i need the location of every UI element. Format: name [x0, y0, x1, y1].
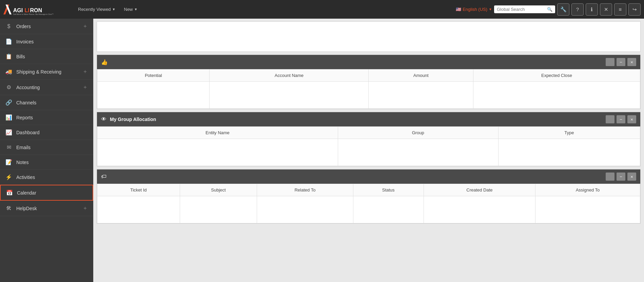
col-assigned-to: Assigned To [535, 184, 640, 196]
plus-icon: ＋ [82, 23, 88, 30]
main-content: 👍 − × Potential Account Name Amount Expe… [93, 19, 644, 282]
sidebar: $ Orders ＋ 📄 Invoices 📋 Bills 🚚 Shipping… [0, 19, 93, 282]
info-btn[interactable]: ℹ [586, 3, 598, 16]
bills-icon: 📋 [5, 53, 12, 60]
svg-text:AGI: AGI [13, 7, 23, 13]
sidebar-label-activities: Activities [16, 175, 88, 180]
logo: AGILIRON Sell More to More Places. But M… [3, 3, 64, 16]
group-allocation-panel-title: My Group Allocation [110, 117, 602, 122]
tickets-panel-header: 🏷 − × [97, 169, 640, 184]
sidebar-label-bills: Bills [16, 54, 88, 59]
sidebar-label-shipping: Shipping & Receiving [16, 69, 78, 75]
chevron-down-icon: ▼ [134, 7, 138, 11]
col-account-name: Account Name [210, 69, 369, 82]
settings-btn[interactable]: 🔧 [557, 3, 569, 16]
sidebar-label-accounting: Accounting [16, 85, 78, 90]
menu-btn[interactable]: ≡ [614, 3, 626, 16]
tickets-panel-controls: − × [606, 173, 636, 181]
group-allocation-panel-header: 👁 My Group Allocation − × [97, 112, 640, 126]
flag-icon: 🇺🇸 [456, 7, 461, 12]
sidebar-label-reports: Reports [16, 115, 88, 120]
shipping-icon: 🚚 [5, 68, 12, 75]
col-type: Type [498, 127, 640, 139]
col-status: Status [353, 184, 424, 196]
potentials-panel-header: 👍 − × [97, 55, 640, 69]
sidebar-item-orders[interactable]: $ Orders ＋ [0, 19, 93, 34]
activities-icon: ⚡ [5, 174, 12, 180]
recently-viewed-btn[interactable]: Recently Viewed ▼ [75, 5, 119, 14]
col-group: Group [338, 127, 498, 139]
sidebar-label-invoices: Invoices [16, 39, 88, 44]
sidebar-item-bills[interactable]: 📋 Bills [0, 49, 93, 64]
eye-icon: 👁 [101, 116, 106, 122]
group-allocation-panel-controls: − × [606, 115, 636, 123]
plus-icon: ＋ [82, 68, 88, 75]
sidebar-item-shipping[interactable]: 🚚 Shipping & Receiving ＋ [0, 64, 93, 80]
potentials-panel-controls: − × [606, 58, 636, 66]
main-layout: $ Orders ＋ 📄 Invoices 📋 Bills 🚚 Shipping… [0, 19, 644, 282]
channels-icon: 🔗 [5, 99, 12, 106]
nav-menu: Recently Viewed ▼ New ▼ [75, 5, 452, 14]
group-minimize-btn[interactable]: − [617, 115, 625, 123]
logout-btn[interactable]: ↪ [628, 3, 641, 16]
help-btn[interactable]: ? [571, 3, 584, 16]
search-icon[interactable]: 🔍 [547, 7, 552, 12]
sidebar-item-emails[interactable]: ✉ Emails [0, 140, 93, 155]
global-search-box: 🔍 [494, 5, 555, 13]
col-potential: Potential [97, 69, 210, 82]
col-created-date: Created Date [424, 184, 535, 196]
sidebar-item-channels[interactable]: 🔗 Channels [0, 95, 93, 110]
sidebar-label-emails: Emails [16, 145, 88, 150]
sidebar-item-accounting[interactable]: ⚙ Accounting ＋ [0, 80, 93, 95]
dollar-icon: $ [5, 23, 12, 29]
tickets-gray-btn[interactable] [606, 173, 614, 181]
notes-icon: 📝 [5, 159, 12, 165]
sidebar-item-calendar[interactable]: 📅 Calendar [0, 185, 93, 201]
sidebar-item-reports[interactable]: 📊 Reports [0, 110, 93, 125]
sidebar-item-dashboard[interactable]: 📈 Dashboard [0, 125, 93, 140]
tickets-minimize-btn[interactable]: − [617, 173, 625, 181]
thumbs-up-icon: 👍 [101, 59, 108, 65]
plus-icon: ＋ [82, 205, 88, 212]
group-gray-btn[interactable] [606, 115, 614, 123]
sidebar-label-dashboard: Dashboard [16, 130, 88, 135]
chevron-down-icon: ▼ [489, 7, 492, 11]
new-btn[interactable]: New ▼ [121, 5, 141, 14]
tickets-table: Ticket Id Subject Related To Status Crea… [97, 184, 640, 223]
col-entity-name: Entity Name [97, 127, 338, 139]
col-related-to: Related To [257, 184, 353, 196]
sidebar-label-notes: Notes [16, 160, 88, 165]
language-selector[interactable]: 🇺🇸 English (US) ▼ [456, 7, 492, 12]
sidebar-item-invoices[interactable]: 📄 Invoices [0, 34, 93, 49]
tag-icon: 🏷 [101, 174, 106, 180]
language-label: English (US) [463, 7, 487, 12]
sidebar-item-helpdesk[interactable]: 🛠 HelpDesk ＋ [0, 201, 93, 216]
col-ticket-id: Ticket Id [97, 184, 180, 196]
sidebar-item-notes[interactable]: 📝 Notes [0, 155, 93, 170]
potentials-table: Potential Account Name Amount Expected C… [97, 69, 640, 109]
group-allocation-table: Entity Name Group Type [97, 126, 640, 166]
col-amount: Amount [369, 69, 473, 82]
emails-icon: ✉ [5, 144, 12, 150]
search-input[interactable] [497, 7, 545, 12]
table-row [97, 139, 640, 166]
potentials-minimize-btn[interactable]: − [617, 58, 625, 66]
potentials-gray-btn[interactable] [606, 58, 614, 66]
group-allocation-panel: 👁 My Group Allocation − × Entity Name Gr… [97, 112, 641, 166]
new-label: New [124, 7, 133, 12]
svg-text:RON: RON [30, 7, 42, 13]
group-close-btn[interactable]: × [627, 115, 636, 123]
table-row [97, 82, 640, 109]
blank-panel [97, 21, 641, 52]
sidebar-label-orders: Orders [16, 24, 78, 29]
calendar-icon: 📅 [6, 189, 13, 196]
sidebar-label-helpdesk: HelpDesk [16, 206, 78, 211]
col-subject: Subject [180, 184, 257, 196]
sidebar-item-activities[interactable]: ⚡ Activities [0, 170, 93, 185]
helpdesk-icon: 🛠 [5, 205, 12, 212]
plus-icon: ＋ [82, 84, 88, 91]
close-btn[interactable]: ✕ [600, 3, 612, 16]
potentials-close-btn[interactable]: × [627, 58, 636, 66]
tickets-close-btn[interactable]: × [627, 173, 636, 181]
reports-icon: 📊 [5, 114, 12, 121]
